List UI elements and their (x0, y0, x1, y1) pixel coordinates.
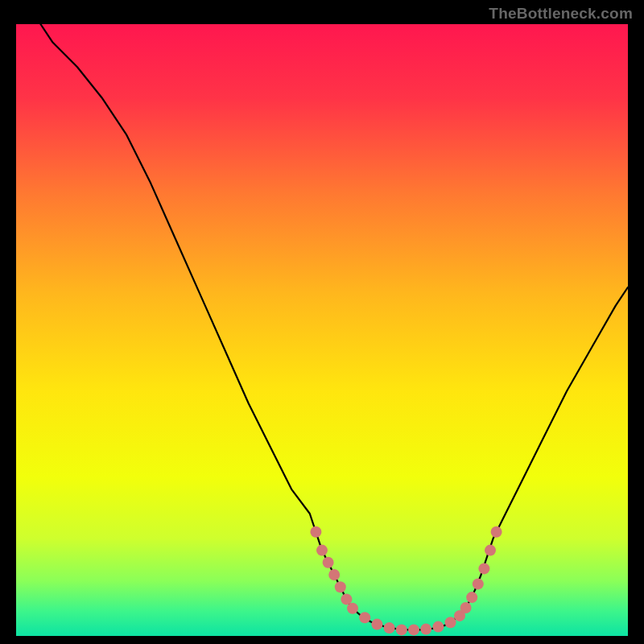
curve-marker (328, 569, 340, 580)
plot-area (16, 24, 628, 636)
curve-marker (420, 624, 431, 635)
curve-marker (432, 621, 444, 633)
curve-marker (371, 619, 382, 630)
chart-svg (16, 24, 628, 636)
curve-marker (396, 624, 407, 635)
curve-marker (408, 624, 419, 635)
curve-marker (310, 526, 321, 538)
curve-marker (473, 578, 484, 589)
curve-marker (316, 545, 328, 556)
watermark-text: TheBottleneck.com (489, 5, 633, 23)
curve-marker (359, 612, 370, 623)
curve-marker (491, 526, 502, 538)
curve-marker (335, 581, 346, 592)
curve-marker (384, 622, 395, 634)
curve-marker (478, 563, 489, 574)
page-root: { "watermark": "TheBottleneck.com", "cha… (0, 0, 644, 644)
curve-marker (445, 617, 456, 628)
bottleneck-curve (40, 24, 628, 630)
curve-marker (341, 593, 352, 605)
curve-marker (485, 545, 496, 556)
curve-marker (323, 557, 334, 568)
curve-marker (460, 602, 472, 613)
curve-marker (347, 603, 358, 614)
curve-markers (310, 526, 502, 636)
curve-marker (466, 592, 477, 603)
